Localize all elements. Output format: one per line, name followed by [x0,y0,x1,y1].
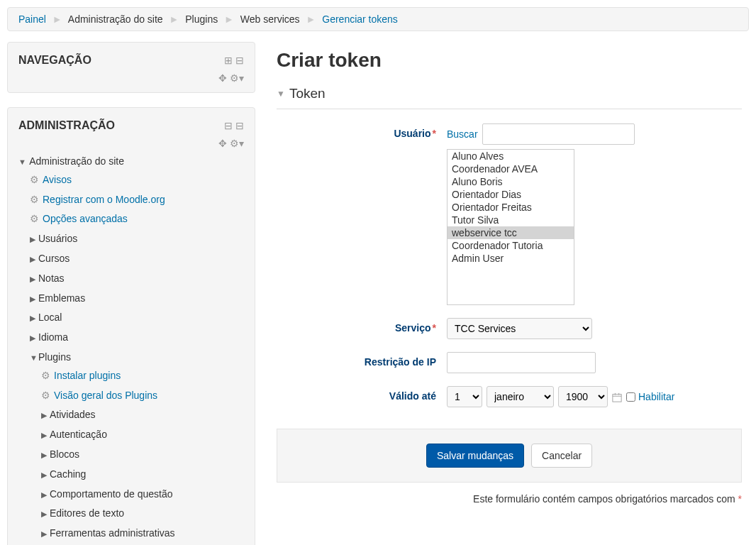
chevron-right-icon[interactable]: ▶ [41,527,50,541]
tree-item[interactable]: ▶Notas [30,269,244,289]
user-option[interactable]: Aluno Boris [448,175,574,188]
user-option[interactable]: webservice tcc [448,226,574,239]
chevron-down-icon: ▼ [277,89,285,99]
tree-item[interactable]: ▶Emblemas [30,289,244,309]
user-option[interactable]: Aluno Alves [448,150,574,163]
chevron-right-icon[interactable]: ▶ [30,312,38,325]
ip-input[interactable] [447,352,596,373]
enable-checkbox-label[interactable]: Habilitar [626,391,674,402]
chevron-right-icon[interactable]: ▶ [41,409,50,422]
navigation-block: NAVEGAÇÃO ⊞ ⊟ ✥ ⚙▾ [7,42,255,93]
calendar-icon[interactable] [612,391,622,402]
tree-item[interactable]: ▶Editores de texto [41,504,244,524]
sidebar: NAVEGAÇÃO ⊞ ⊟ ✥ ⚙▾ ADMINISTRAÇÃO ⊟ ⊟ [0,42,262,545]
required-note: Este formulário contém campos obrigatóri… [277,493,742,505]
collapse-icon[interactable]: ⊟ [224,120,233,131]
save-button[interactable]: Salvar mudanças [426,444,524,468]
tree-root[interactable]: Administração do site [29,155,124,167]
valid-label: Válido até [277,386,447,402]
chevron-right-icon: ► [52,13,62,25]
chevron-right-icon[interactable]: ▶ [30,292,38,306]
svg-rect-0 [613,395,621,402]
chevron-right-icon[interactable]: ▶ [41,429,50,442]
chevron-right-icon[interactable]: ▶ [41,448,50,462]
section-toggle[interactable]: ▼ Token [277,86,742,101]
tree-item[interactable]: ▶Ferramentas administrativas [41,524,244,544]
chevron-right-icon: ► [169,13,179,25]
move-icon[interactable]: ✥ [218,138,227,149]
chevron-right-icon[interactable]: ▶ [30,272,38,286]
tree-item[interactable]: ▶Local [30,308,244,328]
tree-item[interactable]: ⚙Opções avançadas [30,209,244,229]
chevron-right-icon[interactable]: ▶ [41,507,50,521]
chevron-right-icon[interactable]: ▶ [41,468,50,482]
tree-item[interactable]: ▶Caching [41,465,244,485]
chevron-right-icon: ► [306,13,316,25]
gear-icon: ⚙ [41,368,51,385]
chevron-down-icon[interactable]: ▼ [18,155,27,169]
admin-tree: ▼ Administração do site ⚙Avisos⚙Registra… [18,152,244,545]
user-listbox[interactable]: Aluno AlvesCoordenador AVEAAluno BorisOr… [447,149,574,305]
service-select[interactable]: TCC Services [447,318,592,339]
tree-item[interactable]: ▶Comportamento de questão [41,485,244,505]
gear-icon: ⚙ [41,387,51,404]
block-title: ADMINISTRAÇÃO [18,119,115,132]
breadcrumb-item[interactable]: Gerenciar tokens [322,13,398,25]
user-option[interactable]: Admin User [448,252,574,265]
user-option[interactable]: Coordenador Tutoria [448,239,574,252]
chevron-right-icon: ► [224,13,234,25]
service-label: Serviço* [277,318,447,334]
gear-icon[interactable]: ⚙▾ [230,138,244,149]
user-option[interactable]: Orientador Dias [448,188,574,201]
divider [277,109,742,109]
user-option[interactable]: Coordenador AVEA [448,163,574,175]
gear-icon: ⚙ [30,192,40,209]
administration-block: ADMINISTRAÇÃO ⊟ ⊟ ✥ ⚙▾ ▼ Administração d… [7,107,255,545]
day-select[interactable]: 1 [447,386,482,407]
move-icon[interactable]: ✥ [218,72,227,84]
chevron-right-icon[interactable]: ▶ [30,233,38,246]
tree-item[interactable]: ▶Usuários [30,229,244,249]
tree-item[interactable]: ▶Atividades [41,405,244,425]
tree-item[interactable]: ▶Idioma [30,328,244,348]
page-title: Criar token [277,49,742,72]
chevron-right-icon[interactable]: ▶ [30,331,38,345]
tree-item[interactable]: ⚙Registrar com o Moodle.org [30,190,244,210]
tree-item[interactable]: ⚙Avisos [30,170,244,190]
year-select[interactable]: 1900 [558,386,608,407]
collapse-icon[interactable]: ⊟ [235,55,244,66]
section-title: Token [289,86,326,101]
tree-item[interactable]: ⚙Instalar plugins [41,366,244,386]
user-option[interactable]: Tutor Silva [448,214,574,226]
block-title: NAVEGAÇÃO [18,54,91,67]
chevron-right-icon[interactable]: ▶ [41,488,50,502]
breadcrumb-item: Administração do site [68,13,163,25]
chevron-right-icon[interactable]: ▶ [30,253,38,266]
tree-item[interactable]: ▶Blocos [41,445,244,465]
breadcrumb-item[interactable]: Painel [18,13,46,25]
cancel-button[interactable]: Cancelar [531,444,592,468]
search-input[interactable] [482,123,635,145]
tree-item[interactable]: ▶Cursos [30,249,244,269]
tree-item[interactable]: ⚙Visão geral dos Plugins [41,386,244,406]
breadcrumb: Painel ► Administração do site ► Plugins… [7,7,749,31]
breadcrumb-item: Plugins [185,13,218,25]
tree-item[interactable]: ▶Autenticação [41,425,244,445]
expand-icon[interactable]: ⊞ [224,55,233,66]
user-option[interactable]: Orientador Freitas [448,201,574,214]
chevron-down-icon[interactable]: ▼ [30,351,38,365]
month-select[interactable]: janeiro [487,386,554,407]
main-content: Criar token ▼ Token Usuário* Buscar Alun… [262,42,756,545]
breadcrumb-item: Web services [240,13,300,25]
search-label: Buscar [447,128,478,140]
user-label: Usuário* [277,123,447,139]
action-bar: Salvar mudanças Cancelar [277,429,742,483]
hide-icon[interactable]: ⊟ [235,120,244,131]
gear-icon: ⚙ [30,211,40,228]
tree-item-plugins[interactable]: ▼Plugins⚙Instalar plugins⚙Visão geral do… [30,348,244,545]
enable-checkbox[interactable] [626,392,635,402]
gear-icon[interactable]: ⚙▾ [230,72,244,84]
ip-label: Restrição de IP [277,352,447,368]
gear-icon: ⚙ [30,172,40,189]
